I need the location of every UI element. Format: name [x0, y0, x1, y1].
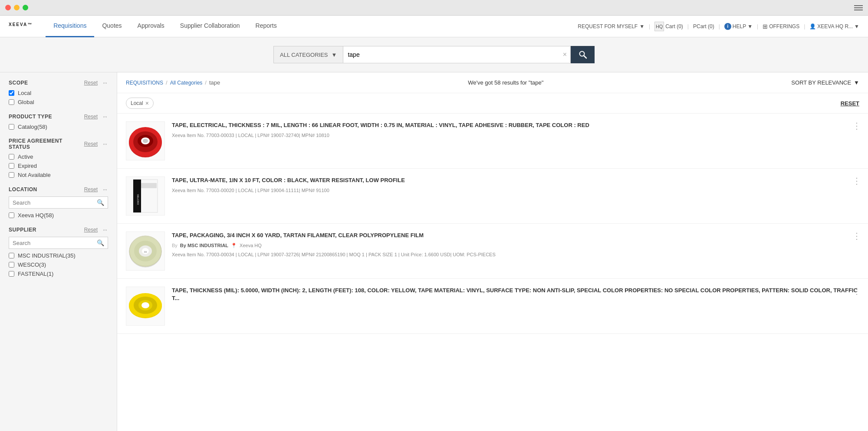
- maximize-window-button[interactable]: [23, 5, 28, 10]
- supplier-wesco-option: WESCO(3): [9, 261, 108, 268]
- product-item: VELCRO TAPE, ULTRA-MATE, 1IN X 10 FT, CO…: [117, 169, 868, 224]
- price-not-available-option: Not Available: [9, 172, 108, 178]
- svg-text:VELCRO: VELCRO: [137, 194, 139, 205]
- product-image-3: 3M: [126, 232, 165, 271]
- product-more-button-2[interactable]: ⋮: [852, 176, 861, 185]
- supplier-wesco-label: WESCO(3): [18, 261, 46, 268]
- scope-filter-header: SCOPE Reset ↔: [9, 79, 108, 86]
- help-button[interactable]: i HELP ▼: [724, 23, 753, 30]
- location-xeeva-label: Xeeva HQ(58): [18, 212, 54, 219]
- breadcrumb-requisitions[interactable]: REQUISITIONS: [126, 80, 163, 86]
- scope-global-checkbox[interactable]: [9, 99, 14, 105]
- price-expired-option: Expired: [9, 163, 108, 169]
- price-not-available-checkbox[interactable]: [9, 172, 14, 178]
- product-more-button-4[interactable]: ⋮: [852, 287, 861, 295]
- supplier-fastenal-option: FASTENAL(1): [9, 271, 108, 277]
- supplier-wesco-checkbox[interactable]: [9, 262, 14, 268]
- product-title-3: TAPE, PACKAGING, 3/4 INCH X 60 YARD, TAR…: [172, 232, 859, 239]
- scope-reset-link[interactable]: Reset: [84, 80, 98, 86]
- price-active-label: Active: [18, 153, 33, 160]
- location-search-input[interactable]: [13, 199, 97, 206]
- app-logo: XEEVA™: [9, 21, 33, 32]
- scope-local-checkbox[interactable]: [9, 90, 14, 96]
- search-clear-icon[interactable]: ×: [559, 51, 570, 59]
- nav-item-supplier-collaboration[interactable]: Supplier Collaboration: [172, 16, 248, 37]
- product-item: 3M TAPE, PACKAGING, 3/4 INCH X 60 YARD, …: [117, 224, 868, 279]
- product-type-catalog-checkbox[interactable]: [9, 124, 14, 130]
- product-more-button-1[interactable]: ⋮: [852, 121, 861, 130]
- location-xeeva-option: Xeeva HQ(58): [9, 212, 108, 219]
- location-title: LOCATION: [9, 186, 37, 193]
- supplier-fastenal-checkbox[interactable]: [9, 271, 14, 277]
- price-agreement-filter-header: PRICE AGREEMENT STATUS Reset ↔: [9, 138, 108, 150]
- nav-item-requisitions[interactable]: Requisitions: [46, 16, 94, 37]
- breadcrumb: REQUISITIONS / All Categories / tape: [126, 79, 220, 86]
- product-type-filter-section: PRODUCT TYPE Reset ↔ Catalog(58): [9, 113, 108, 130]
- remove-local-filter-button[interactable]: ×: [145, 100, 149, 107]
- user-account-button[interactable]: 👤 XEEVA HQ R... ▼: [809, 23, 859, 29]
- location-pin-icon: 📍: [231, 242, 237, 250]
- request-for-myself-button[interactable]: REQUEST FOR MYSELF ▼: [578, 23, 644, 29]
- product-type-catalog-option: Catalog(58): [9, 124, 108, 130]
- product-type-catalog-label: Catalog(58): [18, 124, 47, 130]
- price-active-option: Active: [9, 153, 108, 160]
- tape-velcro-image: VELCRO: [132, 179, 158, 213]
- product-more-button-3[interactable]: ⋮: [852, 232, 861, 240]
- search-go-button[interactable]: [571, 46, 595, 63]
- price-expired-checkbox[interactable]: [9, 163, 14, 169]
- product-type-edit-icon[interactable]: ↔: [102, 113, 108, 120]
- sort-by-button[interactable]: SORT BY RELEVANCE ▼: [791, 79, 859, 86]
- scope-filter-section: SCOPE Reset ↔ Local Global: [9, 79, 108, 105]
- supplier-search-box: 🔍: [9, 237, 108, 249]
- pcart-button[interactable]: PCart (0): [693, 23, 714, 29]
- breadcrumb-current: tape: [209, 79, 220, 86]
- scope-local-option: Local: [9, 90, 108, 96]
- sidebar: SCOPE Reset ↔ Local Global PRODUCT TYPE …: [0, 72, 117, 431]
- category-select[interactable]: ALL CATEGORIES ▼: [273, 46, 343, 63]
- product-meta-2: Xeeva Item No. 77003-00020 | LOCAL | LPN…: [172, 187, 859, 195]
- tape-yellow-image: [128, 293, 163, 319]
- supplier-msc-checkbox[interactable]: [9, 253, 14, 258]
- close-window-button[interactable]: [5, 5, 11, 10]
- nav-item-quotes[interactable]: Quotes: [94, 16, 129, 37]
- scope-global-option: Global: [9, 99, 108, 105]
- product-type-reset-link[interactable]: Reset: [84, 114, 98, 120]
- svg-rect-11: [141, 183, 157, 188]
- supplier-name-3: By MSC INDUSTRIAL: [180, 242, 228, 250]
- reset-all-filters-button[interactable]: RESET: [841, 100, 859, 107]
- product-title-4: TAPE, THICKNESS (MIL): 5.0000, WIDTH (IN…: [172, 287, 859, 302]
- search-icon: [579, 50, 587, 59]
- scope-edit-icon[interactable]: ↔: [102, 79, 108, 86]
- location-edit-icon[interactable]: ↔: [102, 186, 108, 193]
- price-agreement-reset-link[interactable]: Reset: [84, 141, 98, 147]
- tape-clear-image: 3M: [128, 234, 163, 268]
- offerings-button[interactable]: ⊞ OFFERINGS: [763, 23, 799, 30]
- location-reset-link[interactable]: Reset: [84, 186, 98, 193]
- hamburger-menu-icon[interactable]: [854, 5, 863, 10]
- breadcrumb-all-categories[interactable]: All Categories: [170, 80, 203, 86]
- search-input[interactable]: [343, 46, 559, 63]
- supplier-msc-option: MSC INDUSTRIAL(35): [9, 252, 108, 259]
- supplier-reset-link[interactable]: Reset: [84, 227, 98, 233]
- results-header: REQUISITIONS / All Categories / tape We'…: [117, 72, 868, 93]
- price-active-checkbox[interactable]: [9, 154, 14, 160]
- supplier-title: SUPPLIER: [9, 227, 36, 233]
- price-agreement-edit-icon[interactable]: ↔: [102, 140, 108, 147]
- supplier-search-input[interactable]: [13, 240, 97, 246]
- product-meta-supplier: By By MSC INDUSTRIAL 📍 Xeeva HQ Xeeva It…: [172, 242, 859, 258]
- nav-item-approvals[interactable]: Approvals: [130, 16, 172, 37]
- location-xeeva-checkbox[interactable]: [9, 212, 14, 218]
- product-info-4: TAPE, THICKNESS (MIL): 5.0000, WIDTH (IN…: [172, 287, 859, 305]
- product-image-1: [126, 121, 165, 160]
- filter-tag-local: Local ×: [126, 98, 154, 109]
- product-info-3: TAPE, PACKAGING, 3/4 INCH X 60 YARD, TAR…: [172, 232, 859, 258]
- nav-item-reports[interactable]: Reports: [248, 16, 285, 37]
- top-right-controls: REQUEST FOR MYSELF ▼ | HQ Cart (0) | PCa…: [578, 22, 859, 31]
- minimize-window-button[interactable]: [14, 5, 20, 10]
- results-count: We've got 58 results for "tape": [468, 79, 543, 86]
- price-not-available-label: Not Available: [18, 172, 51, 178]
- svg-point-22: [141, 302, 149, 308]
- search-bar-container: ALL CATEGORIES ▼ ×: [0, 37, 868, 72]
- company-icon-button[interactable]: HQ Cart (0): [654, 22, 683, 31]
- supplier-edit-icon[interactable]: ↔: [102, 226, 108, 233]
